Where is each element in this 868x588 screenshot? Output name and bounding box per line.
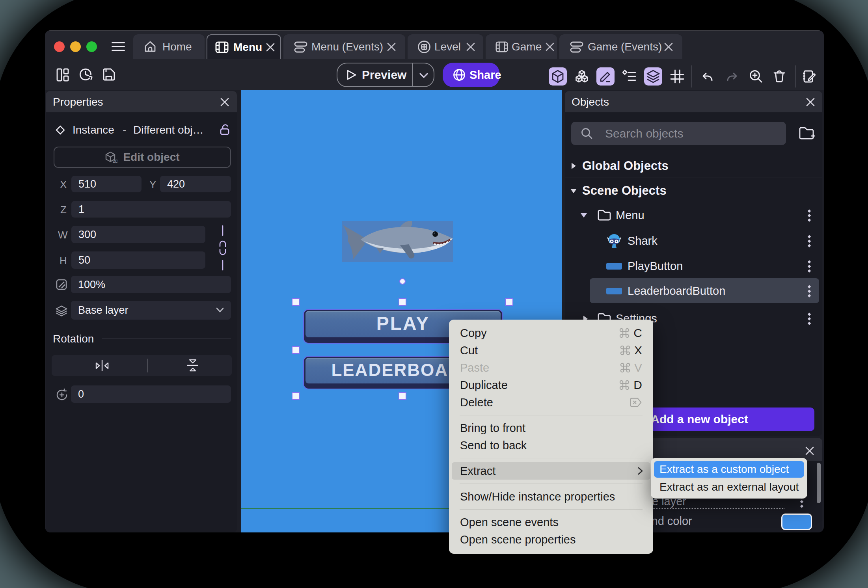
svg-text:2D: 2D: [113, 159, 117, 164]
